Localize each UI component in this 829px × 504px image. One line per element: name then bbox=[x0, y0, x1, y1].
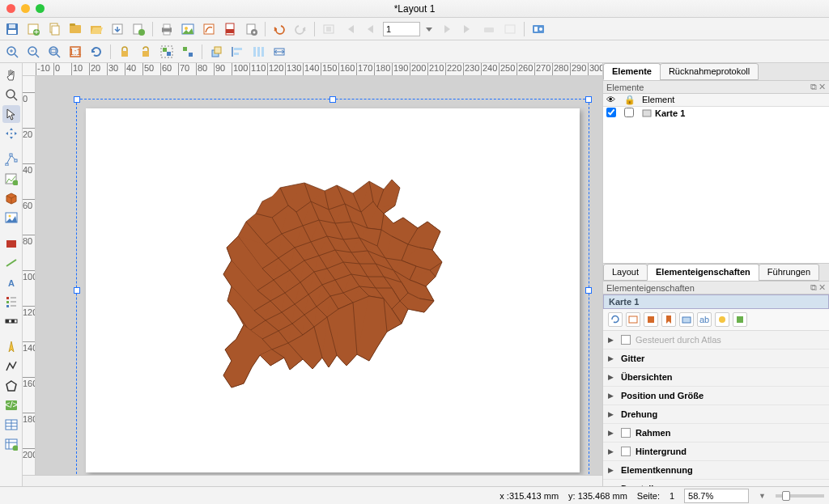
set-extent-icon[interactable] bbox=[626, 312, 640, 327]
labels-icon[interactable]: ab bbox=[697, 312, 712, 327]
atlas-preview-icon[interactable] bbox=[320, 20, 338, 38]
style-icon[interactable] bbox=[733, 312, 747, 327]
select-tool-icon[interactable] bbox=[2, 105, 20, 123]
zoom-actual-icon[interactable]: 1:1 bbox=[66, 43, 84, 61]
zoom-slider[interactable] bbox=[776, 494, 824, 498]
refresh-icon[interactable] bbox=[87, 43, 105, 61]
zoom-out-icon[interactable] bbox=[24, 43, 42, 61]
distribute-icon[interactable] bbox=[249, 43, 267, 61]
items-list[interactable]: 👁 🔒 Element Karte 1 bbox=[603, 94, 829, 264]
edit-nodes-icon[interactable] bbox=[2, 150, 20, 168]
section-row[interactable]: ▶Gitter bbox=[603, 349, 829, 368]
section-row[interactable]: ▶Darstellung bbox=[603, 480, 829, 486]
checkbox[interactable] bbox=[621, 428, 631, 438]
item-visible-checkbox[interactable] bbox=[606, 108, 616, 117]
raise-icon[interactable] bbox=[207, 43, 225, 61]
save-template-icon[interactable] bbox=[108, 20, 126, 38]
undock-icon[interactable]: ⧉ bbox=[810, 282, 817, 293]
tab-undo-history[interactable]: Rücknahmeprotokoll bbox=[660, 63, 759, 80]
new-layout-icon[interactable]: + bbox=[24, 20, 42, 38]
first-page-icon[interactable] bbox=[341, 20, 359, 38]
lock-icon[interactable] bbox=[116, 43, 134, 61]
last-page-icon[interactable] bbox=[459, 20, 477, 38]
bookmark-icon[interactable] bbox=[661, 312, 676, 327]
tab-layout[interactable]: Layout bbox=[603, 264, 648, 281]
add-shape-icon[interactable] bbox=[2, 235, 20, 252]
redo-icon[interactable] bbox=[291, 20, 309, 38]
section-row[interactable]: ▶Hintergrund bbox=[603, 443, 829, 461]
checkbox[interactable] bbox=[621, 335, 631, 345]
atlas-print-icon[interactable] bbox=[480, 20, 498, 38]
section-row[interactable]: ▶Rahmen bbox=[603, 424, 829, 443]
prev-page-icon[interactable] bbox=[362, 20, 380, 38]
unlock-icon[interactable] bbox=[137, 43, 155, 61]
align-icon[interactable] bbox=[228, 43, 246, 61]
pan-tool-icon[interactable] bbox=[2, 66, 20, 84]
section-row[interactable]: ▶Übersichten bbox=[603, 368, 829, 387]
zoom-dropdown-icon[interactable]: ▼ bbox=[759, 492, 766, 500]
ungroup-icon[interactable] bbox=[179, 43, 197, 61]
layout-page[interactable] bbox=[86, 108, 580, 472]
next-page-icon[interactable] bbox=[438, 20, 456, 38]
add-table-icon[interactable] bbox=[2, 416, 20, 434]
add-legend-icon[interactable] bbox=[2, 293, 20, 311]
page-dropdown-icon[interactable] bbox=[423, 20, 435, 38]
add-scalebar-icon[interactable] bbox=[2, 312, 20, 330]
zoom-tool-icon[interactable] bbox=[2, 86, 20, 104]
zoom-full-icon[interactable] bbox=[45, 43, 63, 61]
section-row[interactable]: ▶Position und Größe bbox=[603, 387, 829, 405]
add-fixedtable-icon[interactable] bbox=[2, 435, 20, 453]
add-html-icon[interactable]: </> bbox=[2, 396, 20, 414]
move-content-tool-icon[interactable] bbox=[2, 125, 20, 142]
atlas-settings-icon[interactable] bbox=[529, 20, 547, 38]
section-row[interactable]: ▶ Gesteuert durch Atlas bbox=[603, 331, 829, 349]
add-arrow-icon[interactable] bbox=[2, 254, 20, 272]
view-extent-icon[interactable] bbox=[644, 312, 658, 327]
open-template-icon[interactable] bbox=[87, 20, 105, 38]
duplicate-layout-icon[interactable] bbox=[45, 20, 63, 38]
close-panel-icon[interactable]: ✕ bbox=[818, 82, 826, 92]
export-image-icon[interactable] bbox=[179, 20, 197, 38]
tab-item-properties[interactable]: Elementeigenschaften bbox=[647, 264, 759, 281]
layout-manager-icon[interactable] bbox=[66, 20, 84, 38]
undock-icon[interactable]: ⧉ bbox=[810, 82, 817, 92]
group-icon[interactable] bbox=[158, 43, 176, 61]
list-item[interactable]: Karte 1 bbox=[603, 107, 829, 120]
resize-handle[interactable] bbox=[585, 96, 592, 103]
add-polygon-icon[interactable] bbox=[2, 377, 20, 395]
add-polyline-icon[interactable] bbox=[2, 358, 20, 375]
save-icon[interactable] bbox=[3, 20, 21, 38]
layout-canvas[interactable] bbox=[36, 76, 602, 475]
resize-handle[interactable] bbox=[585, 287, 592, 294]
scrollbar-horizontal[interactable] bbox=[23, 475, 602, 486]
add-label-icon[interactable]: A bbox=[2, 273, 20, 291]
resize-handle[interactable] bbox=[74, 287, 80, 294]
add-northarrow-icon[interactable] bbox=[2, 338, 20, 356]
print-icon[interactable] bbox=[158, 20, 176, 38]
refresh-map-icon[interactable] bbox=[608, 312, 623, 327]
export-pdf-icon[interactable] bbox=[221, 20, 239, 38]
add-from-template-icon[interactable] bbox=[130, 20, 147, 38]
map-item[interactable] bbox=[207, 173, 458, 416]
zoom-in-icon[interactable] bbox=[3, 43, 21, 61]
export-svg-icon[interactable] bbox=[200, 20, 218, 38]
resize-handle[interactable] bbox=[74, 96, 80, 103]
add-picture-icon[interactable] bbox=[2, 209, 20, 227]
tab-guides[interactable]: Führungen bbox=[759, 264, 819, 281]
add-map-icon[interactable] bbox=[2, 170, 20, 188]
close-panel-icon[interactable]: ✕ bbox=[818, 282, 826, 293]
page-setup-icon[interactable] bbox=[242, 20, 260, 38]
zoom-input[interactable] bbox=[684, 489, 749, 503]
add-3dmap-icon[interactable] bbox=[2, 189, 20, 207]
atlas-export-icon[interactable] bbox=[501, 20, 519, 38]
interactive-edit-icon[interactable] bbox=[679, 312, 694, 327]
clip-icon[interactable] bbox=[715, 312, 729, 327]
resize-icon[interactable] bbox=[270, 43, 288, 61]
section-row[interactable]: ▶Elementkennung bbox=[603, 461, 829, 480]
tab-elements[interactable]: Elemente bbox=[603, 63, 661, 80]
resize-handle[interactable] bbox=[329, 96, 336, 103]
item-lock-checkbox[interactable] bbox=[624, 108, 634, 117]
page-number-input[interactable] bbox=[383, 22, 420, 36]
section-row[interactable]: ▶Drehung bbox=[603, 405, 829, 424]
zoom-slider-thumb[interactable] bbox=[782, 491, 790, 501]
